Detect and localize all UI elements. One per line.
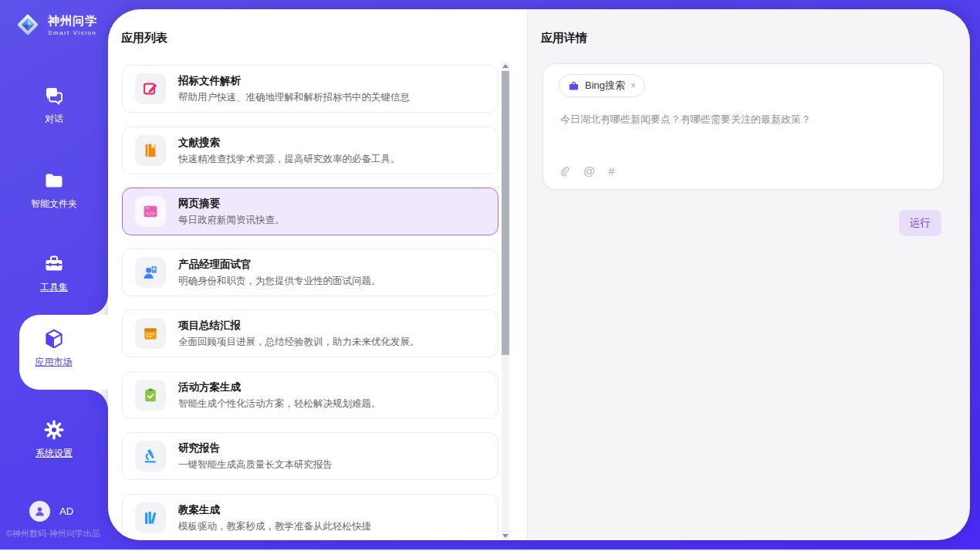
sidebar-item-toolset[interactable]: 工具集 xyxy=(0,253,108,294)
app-list-title: 应用列表 xyxy=(121,31,167,46)
web-code-icon: </> xyxy=(135,196,166,227)
mention-icon[interactable]: @ xyxy=(583,164,595,177)
clipboard-check-icon xyxy=(135,380,166,411)
sidebar-item-app-market[interactable]: 应用市场 xyxy=(19,315,108,390)
tool-chip-label: Bing搜索 xyxy=(585,79,625,93)
main-content: 应用列表 招标文件解析 帮助用户快速、准确地理解和解析招标书中的关键信息 xyxy=(108,9,970,540)
app-card-project-summary[interactable]: 项目总结汇报 全面回顾项目进展，总结经验教训，助力未来优化发展。 xyxy=(122,309,498,357)
sidebar: 神州问学 Smart Vision 对话 智能文件夹 xyxy=(0,0,108,549)
logo-diamond-icon xyxy=(14,11,42,39)
app-card-desc: 全面回顾项目进展，总结经验教训，助力未来优化发展。 xyxy=(178,336,420,349)
brand-name: 神州问学 xyxy=(48,14,97,29)
app-card-list: 招标文件解析 帮助用户快速、准确地理解和解析招标书中的关键信息 文献搜索 xyxy=(122,65,498,540)
user-initials: AD xyxy=(59,505,73,517)
sidebar-item-chat[interactable]: 对话 xyxy=(0,85,108,126)
scrollbar-thumb[interactable] xyxy=(502,71,509,355)
app-card-desc: 帮助用户快速、准确地理解和解析招标书中的关键信息 xyxy=(178,91,410,104)
gear-icon xyxy=(43,419,65,441)
app-card-title: 产品经理面试官 xyxy=(178,258,381,272)
interviewer-icon xyxy=(135,257,166,288)
sidebar-item-label: 工具集 xyxy=(40,282,68,292)
user-account[interactable]: AD xyxy=(29,501,73,522)
sidebar-item-label: 智能文件夹 xyxy=(31,198,77,209)
app-card-desc: 快速精准查找学术资源，提高研究效率的必备工具。 xyxy=(178,153,400,166)
app-card-pm-interviewer[interactable]: 产品经理面试官 明确身份和职责，为您提供专业性的面试问题。 xyxy=(122,248,498,296)
app-card-title: 研究报告 xyxy=(178,441,333,455)
sidebar-item-settings[interactable]: 系统设置 xyxy=(0,419,108,460)
calendar-icon xyxy=(135,318,166,349)
run-button[interactable]: 运行 xyxy=(899,210,941,236)
app-card-title: 招标文件解析 xyxy=(178,74,410,88)
sidebar-item-label: 应用市场 xyxy=(35,357,73,367)
scrollbar-down-icon[interactable] xyxy=(502,534,509,538)
user-icon xyxy=(33,505,46,518)
app-card-desc: 模板驱动，教案秒成，教学准备从此轻松快捷 xyxy=(178,520,371,533)
folder-icon xyxy=(43,170,65,191)
copyright-footer: ©神州数码·神州问学出品 xyxy=(6,528,100,539)
microscope-icon xyxy=(135,441,166,472)
app-card-web-summary[interactable]: </> 网页摘要 每日政府新闻资讯快查。 xyxy=(122,188,498,235)
svg-text:</>: </> xyxy=(146,211,155,217)
cube-icon xyxy=(42,327,66,350)
app-card-event-plan[interactable]: 活动方案生成 智能生成个性化活动方案，轻松解决规划难题。 xyxy=(122,371,498,419)
attachment-toolbar: @ # xyxy=(559,164,615,177)
app-card-bid-parsing[interactable]: 招标文件解析 帮助用户快速、准确地理解和解析招标书中的关键信息 xyxy=(122,65,498,113)
app-list-panel: 应用列表 招标文件解析 帮助用户快速、准确地理解和解析招标书中的关键信息 xyxy=(108,9,527,540)
toolbox-icon xyxy=(43,253,65,275)
books-icon xyxy=(135,502,166,533)
brand-logo: 神州问学 Smart Vision xyxy=(14,11,97,39)
app-detail-panel: 应用详情 Bing搜索 × 今日湖北有哪些新闻要点？有哪些需要关注的最新政策？ … xyxy=(527,9,970,540)
app-card-title: 项目总结汇报 xyxy=(178,319,420,333)
scrollbar-up-icon[interactable] xyxy=(502,64,509,68)
app-detail-title: 应用详情 xyxy=(541,31,587,46)
sidebar-item-smart-folder[interactable]: 智能文件夹 xyxy=(0,170,108,211)
avatar xyxy=(29,501,50,522)
paperclip-icon[interactable] xyxy=(559,164,570,177)
chip-close-icon[interactable]: × xyxy=(630,80,636,91)
prompt-input[interactable]: 今日湖北有哪些新闻要点？有哪些需要关注的最新政策？ xyxy=(560,112,928,127)
prompt-card: Bing搜索 × 今日湖北有哪些新闻要点？有哪些需要关注的最新政策？ @ # xyxy=(542,63,944,190)
hash-icon[interactable]: # xyxy=(608,164,614,177)
app-card-title: 教案生成 xyxy=(178,503,371,517)
app-card-research-report[interactable]: 研究报告 一键智能生成高质量长文本研究报告 xyxy=(122,432,498,480)
brand-tagline: Smart Vision xyxy=(48,29,97,36)
app-card-title: 活动方案生成 xyxy=(178,380,381,394)
app-card-literature-search[interactable]: 文献搜索 快速精准查找学术资源，提高研究效率的必备工具。 xyxy=(122,127,498,174)
app-card-desc: 明确身份和职责，为您提供专业性的面试问题。 xyxy=(178,275,381,288)
app-card-lesson-plan[interactable]: 教案生成 模板驱动，教案秒成，教学准备从此轻松快捷 xyxy=(122,494,498,540)
chat-icon xyxy=(43,85,65,106)
sidebar-item-label: 对话 xyxy=(45,113,63,124)
app-card-title: 文献搜索 xyxy=(178,136,400,150)
sidebar-item-label: 系统设置 xyxy=(35,448,73,458)
book-icon xyxy=(135,135,166,166)
app-card-title: 网页摘要 xyxy=(178,197,285,211)
briefcase-icon xyxy=(568,80,580,92)
app-frame: 神州问学 Smart Vision 对话 智能文件夹 xyxy=(0,0,980,549)
app-card-desc: 智能生成个性化活动方案，轻松解决规划难题。 xyxy=(178,397,381,411)
app-card-desc: 每日政府新闻资讯快查。 xyxy=(178,214,285,227)
tool-chip-bing-search[interactable]: Bing搜索 × xyxy=(559,74,645,97)
app-card-desc: 一键智能生成高质量长文本研究报告 xyxy=(178,458,333,472)
app-list-scrollbar[interactable] xyxy=(502,62,509,540)
edit-document-icon xyxy=(135,73,166,104)
